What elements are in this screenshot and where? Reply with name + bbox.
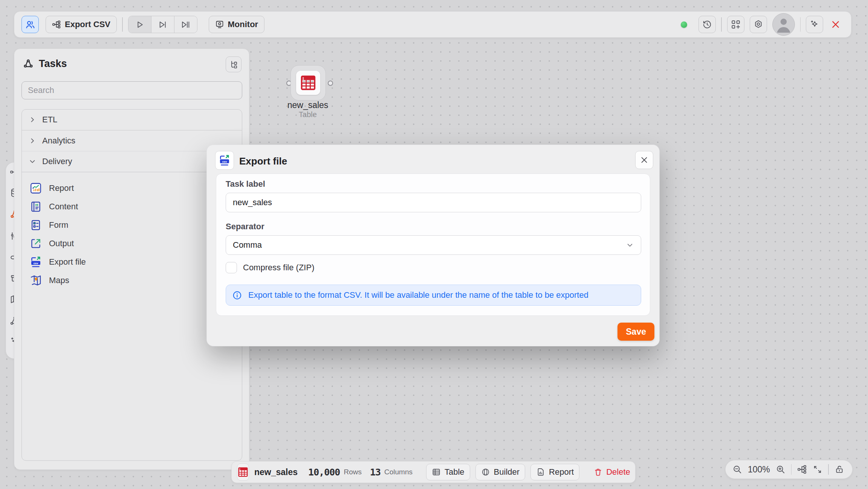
tree-view-toggle-button[interactable] — [226, 56, 241, 72]
output-icon — [29, 237, 42, 250]
report-icon — [29, 182, 42, 195]
zoom-level: 100% — [748, 465, 770, 475]
run-button[interactable] — [128, 16, 151, 33]
play-icon — [135, 20, 144, 29]
tree-group-label: Analytics — [42, 136, 75, 146]
widgets-button[interactable] — [727, 16, 744, 33]
table-chip — [237, 463, 249, 481]
users-icon — [25, 20, 35, 30]
table-red-icon — [300, 74, 317, 91]
columns-count: 13 — [370, 467, 381, 478]
compress-checkbox-row[interactable]: Compress file (ZIP) — [226, 262, 314, 273]
task-item-label: Report — [49, 183, 74, 193]
delete-button[interactable]: Delete — [590, 467, 634, 477]
zoom-in-icon[interactable] — [776, 465, 785, 474]
monitor-label: Monitor — [228, 20, 258, 29]
monitor-icon — [215, 20, 224, 29]
history-icon — [702, 20, 712, 29]
info-banner: Export table to the format CSV. It will … — [226, 285, 641, 306]
avatar[interactable] — [772, 13, 795, 36]
modal-form-card: Task label Separator Comma Compress file… — [216, 174, 650, 316]
search-input[interactable] — [21, 81, 242, 99]
toolbar-divider — [122, 17, 123, 32]
table-icon — [432, 468, 441, 477]
fit-view-icon[interactable] — [813, 465, 822, 474]
toolbar-divider — [721, 17, 722, 32]
task-item-label: Maps — [49, 276, 69, 285]
form-icon — [29, 219, 42, 232]
task-item-label: Export file — [49, 257, 86, 267]
svg-text:csv: csv — [34, 262, 38, 265]
run-pause-button[interactable] — [174, 16, 197, 33]
tasks-header: Tasks — [23, 58, 67, 70]
chevron-down-icon — [29, 158, 36, 165]
task-item-label: Content — [49, 202, 78, 212]
rows-count: 10,000 — [308, 467, 340, 478]
export-csv-label: Export CSV — [65, 20, 110, 29]
person-icon — [773, 14, 795, 35]
export-csv-file-icon: csv — [29, 256, 42, 268]
flow-icon — [52, 20, 61, 29]
builder-view-label: Builder — [494, 467, 520, 477]
canvas-controls: 100% — [725, 460, 853, 479]
task-label-label: Task label — [226, 179, 265, 189]
bottom-table-bar: new_sales 10,000 Rows 13 Columns Table B… — [231, 461, 636, 483]
tasks-cluster-icon — [23, 59, 34, 69]
ai-assistant-button[interactable] — [806, 16, 823, 33]
maps-icon — [29, 274, 42, 287]
toolbar-divider — [800, 17, 801, 32]
chevron-right-icon — [29, 137, 36, 145]
history-button[interactable] — [698, 16, 716, 33]
table-view-button[interactable]: Table — [426, 464, 470, 480]
play-next-icon — [158, 20, 167, 29]
rows-unit: Rows — [344, 468, 362, 476]
monitor-button[interactable]: Monitor — [209, 16, 265, 33]
save-button[interactable]: Save — [617, 323, 654, 341]
tree-view-icon — [229, 60, 238, 69]
export-csv-button[interactable]: Export CSV — [46, 16, 117, 33]
top-toolbar: Export CSV Monitor — [14, 11, 851, 38]
separator-select[interactable]: Comma — [226, 235, 641, 255]
compress-checkbox[interactable] — [226, 262, 237, 273]
trash-icon — [594, 468, 602, 477]
info-icon — [232, 290, 242, 300]
chevron-right-icon — [29, 116, 36, 123]
report-view-button[interactable]: Report — [530, 464, 579, 480]
users-button[interactable] — [21, 16, 39, 33]
compress-checkbox-label: Compress file (ZIP) — [243, 263, 314, 273]
info-text: Export table to the format CSV. It will … — [248, 290, 588, 300]
close-icon[interactable] — [831, 20, 840, 29]
toolbar-right-group — [681, 13, 840, 36]
node-output-port[interactable] — [328, 81, 333, 86]
builder-view-button[interactable]: Builder — [475, 464, 525, 480]
play-pause-icon — [181, 20, 190, 29]
run-next-button[interactable] — [151, 16, 174, 33]
tree-group-etl[interactable]: ETL — [22, 110, 242, 130]
table-node[interactable] — [290, 65, 326, 101]
sparkles-icon — [810, 20, 819, 29]
modal-close-button[interactable] — [635, 151, 653, 169]
task-item-label: Form — [49, 220, 68, 230]
auto-layout-icon[interactable] — [797, 465, 807, 474]
table-red-icon — [237, 466, 249, 478]
chevron-down-icon — [626, 241, 634, 249]
current-table-name: new_sales — [254, 467, 298, 477]
grid-plus-icon — [731, 20, 741, 29]
settings-button[interactable] — [750, 16, 767, 33]
export-csv-file-icon: csv — [218, 154, 231, 167]
node-title: new_sales — [270, 100, 345, 110]
task-label-input[interactable] — [226, 193, 641, 212]
zoom-out-icon[interactable] — [732, 465, 742, 474]
separator-label: Separator — [226, 222, 264, 232]
svg-text:csv: csv — [222, 160, 227, 163]
app-canvas: Export CSV Monitor — [0, 0, 868, 489]
node-subtitle: Table — [270, 110, 345, 119]
separator-value: Comma — [233, 240, 262, 250]
lock-icon[interactable] — [834, 465, 844, 474]
tree-group-label: ETL — [42, 115, 57, 125]
report-doc-icon — [536, 468, 545, 477]
run-controls — [128, 16, 197, 33]
tree-group-label: Delivery — [42, 157, 72, 166]
table-node-inner — [296, 71, 320, 95]
status-indicator-dot — [681, 21, 687, 28]
